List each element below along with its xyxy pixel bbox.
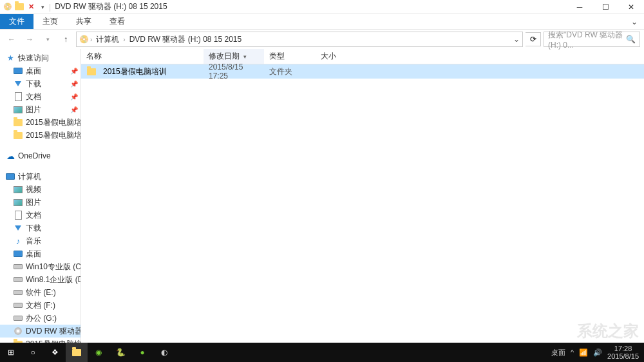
chevron-right-icon[interactable]: › bbox=[90, 36, 92, 43]
chevron-right-icon[interactable]: › bbox=[123, 36, 125, 43]
titlebar: 📀 ✕ ▾ | DVD RW 驱动器 (H:) 08 15 2015 ─ ☐ ✕ bbox=[0, 0, 644, 14]
down-icon bbox=[13, 79, 23, 89]
sidebar-item[interactable]: 下载 bbox=[0, 222, 80, 234]
file-row[interactable]: 2015暑假电脑培训 2015/8/15 17:25 文件夹 bbox=[81, 64, 644, 79]
sidebar-label: 2015暑假电脑培训 bbox=[26, 117, 80, 128]
drive-icon bbox=[13, 287, 23, 298]
sidebar-group-root[interactable]: ☁OneDrive bbox=[0, 149, 80, 162]
app-icon: 📀 bbox=[3, 2, 13, 12]
sidebar-item[interactable]: Win10专业版 (C:) bbox=[0, 260, 80, 273]
sidebar-item[interactable]: 桌面📌 bbox=[0, 64, 80, 77]
tray-up-icon[interactable]: ^ bbox=[571, 348, 574, 356]
doc-icon bbox=[13, 91, 23, 102]
sidebar-label: 桌面 bbox=[26, 249, 41, 260]
pin-icon: 📌 bbox=[70, 93, 78, 100]
taskbar-app-icon[interactable]: ◐ bbox=[153, 343, 175, 362]
tab-view[interactable]: 查看 bbox=[100, 14, 134, 29]
maximize-button[interactable]: ☐ bbox=[592, 0, 618, 14]
sidebar-label: 下载 bbox=[26, 223, 41, 234]
search-input[interactable]: 搜索"DVD RW 驱动器 (H:) 0... 🔍 bbox=[544, 32, 640, 47]
sidebar-label: OneDrive bbox=[18, 151, 51, 160]
qat-dropdown-icon[interactable]: ▾ bbox=[37, 2, 48, 12]
taskbar[interactable]: ⊞ ○ ❖ ◉ 🐍 ● ◐ 桌面 ^ 📶 🔊 17:28 2015/8/15 bbox=[0, 343, 644, 362]
sidebar-label: 2015暑假电脑培训 bbox=[26, 130, 80, 141]
cortana-button[interactable]: ○ bbox=[22, 343, 44, 362]
tray-volume-icon[interactable]: 🔊 bbox=[593, 348, 602, 357]
navigation-pane[interactable]: ★快速访问桌面📌下载📌文档📌图片📌2015暑假电脑培训2015暑假电脑培训☁On… bbox=[0, 49, 81, 347]
column-size[interactable]: 大小 bbox=[316, 49, 354, 64]
column-type[interactable]: 类型 bbox=[264, 49, 316, 64]
sort-indicator-icon: ▾ bbox=[243, 53, 247, 60]
sidebar-item[interactable]: 软件 (E:) bbox=[0, 286, 80, 299]
monitor-icon bbox=[13, 249, 23, 259]
sidebar-item[interactable]: 办公 (G:) bbox=[0, 312, 80, 325]
monitor-icon bbox=[5, 171, 15, 182]
file-list[interactable]: 2015暑假电脑培训 2015/8/15 17:25 文件夹 bbox=[81, 64, 644, 347]
minimize-button[interactable]: ─ bbox=[567, 0, 592, 14]
sidebar-item[interactable]: 视频 bbox=[0, 183, 80, 196]
taskview-button[interactable]: ❖ bbox=[44, 343, 66, 362]
sidebar-group-root[interactable]: 计算机 bbox=[0, 170, 80, 183]
taskbar-desktop-label[interactable]: 桌面 bbox=[551, 348, 565, 357]
recent-dropdown[interactable]: ▾ bbox=[40, 32, 55, 47]
forward-button[interactable]: → bbox=[22, 32, 37, 47]
sidebar-label: 图片 bbox=[26, 104, 41, 115]
search-icon[interactable]: 🔍 bbox=[626, 35, 636, 44]
sidebar-item[interactable]: 文档📌 bbox=[0, 90, 80, 103]
drive-icon bbox=[13, 300, 23, 310]
address-bar[interactable]: 📀 › 计算机 › DVD RW 驱动器 (H:) 08 15 2015 ⌄ bbox=[76, 32, 523, 47]
qat-close-icon[interactable]: ✕ bbox=[26, 2, 36, 12]
sidebar-label: 办公 (G:) bbox=[26, 313, 57, 324]
sidebar-label: Win8.1企业版 (D:) bbox=[26, 274, 80, 285]
sidebar-label: 文档 bbox=[26, 210, 41, 221]
drive-icon bbox=[13, 274, 23, 285]
sidebar-item[interactable]: 图片 bbox=[0, 196, 80, 209]
ribbon-expand-button[interactable]: ⌄ bbox=[625, 14, 644, 29]
taskbar-app-icon[interactable]: 🐍 bbox=[109, 343, 131, 362]
clock-time[interactable]: 17:28 bbox=[607, 345, 639, 352]
back-button[interactable]: ← bbox=[4, 32, 19, 47]
tray-network-icon[interactable]: 📶 bbox=[579, 348, 588, 357]
sidebar-item[interactable]: 文档 (F:) bbox=[0, 299, 80, 312]
address-dropdown-icon[interactable]: ⌄ bbox=[513, 35, 520, 44]
refresh-button[interactable]: ⟳ bbox=[526, 32, 541, 46]
sidebar-item[interactable]: 2015暑假电脑培训 bbox=[0, 116, 80, 129]
file-name: 2015暑假电脑培训 bbox=[103, 66, 167, 77]
monitor-icon bbox=[13, 66, 23, 76]
taskbar-app-icon[interactable]: ● bbox=[131, 343, 153, 362]
sidebar-label: 快速访问 bbox=[18, 53, 49, 64]
pin-icon: 📌 bbox=[70, 81, 78, 88]
sidebar-label: 文档 bbox=[26, 91, 41, 102]
qat-folder-icon[interactable] bbox=[14, 2, 24, 12]
cloud-icon: ☁ bbox=[5, 151, 15, 161]
sidebar-item[interactable]: Win8.1企业版 (D:) bbox=[0, 273, 80, 286]
sidebar-item[interactable]: 图片📌 bbox=[0, 103, 80, 116]
sidebar-item[interactable]: 2015暑假电脑培训 bbox=[0, 129, 80, 142]
navbar: ← → ▾ ↑ 📀 › 计算机 › DVD RW 驱动器 (H:) 08 15 … bbox=[0, 30, 644, 49]
sidebar-label: 软件 (E:) bbox=[26, 287, 56, 298]
tab-file[interactable]: 文件 bbox=[0, 14, 33, 29]
sidebar-item[interactable]: 文档 bbox=[0, 209, 80, 222]
sidebar-label: Win10专业版 (C:) bbox=[26, 262, 80, 272]
file-date: 2015/8/15 17:25 bbox=[204, 62, 264, 81]
sidebar-group-root[interactable]: ★快速访问 bbox=[0, 52, 80, 64]
music-icon: ♪ bbox=[13, 236, 23, 246]
taskbar-explorer-icon[interactable] bbox=[66, 343, 88, 362]
drive-icon bbox=[13, 262, 23, 272]
breadcrumb-computer[interactable]: 计算机 bbox=[93, 34, 122, 45]
sidebar-item[interactable]: DVD RW 驱动器 (H bbox=[0, 325, 80, 338]
sidebar-item[interactable]: 下载📌 bbox=[0, 77, 80, 90]
up-button[interactable]: ↑ bbox=[58, 32, 73, 47]
sidebar-item[interactable]: ♪音乐 bbox=[0, 234, 80, 247]
tab-home[interactable]: 主页 bbox=[33, 14, 67, 29]
close-button[interactable]: ✕ bbox=[618, 0, 644, 14]
tab-share[interactable]: 共享 bbox=[67, 14, 100, 29]
column-name[interactable]: 名称 bbox=[81, 49, 204, 64]
sidebar-item[interactable]: 桌面 bbox=[0, 247, 80, 260]
start-button[interactable]: ⊞ bbox=[0, 343, 22, 362]
taskbar-app-icon[interactable]: ◉ bbox=[88, 343, 109, 362]
clock-date[interactable]: 2015/8/15 bbox=[607, 352, 639, 360]
breadcrumb-drive[interactable]: DVD RW 驱动器 (H:) 08 15 2015 bbox=[127, 34, 245, 45]
column-date[interactable]: 修改日期▾ bbox=[204, 49, 264, 64]
address-icon: 📀 bbox=[79, 35, 89, 44]
